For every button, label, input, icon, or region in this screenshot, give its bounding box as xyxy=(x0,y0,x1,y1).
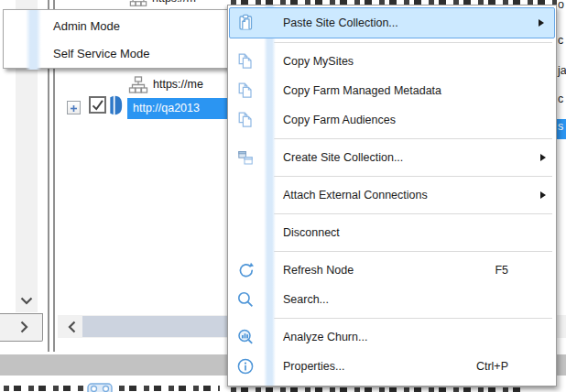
clipped-selected-fragment: s xyxy=(556,119,566,139)
clipped-text-fragment: o xyxy=(558,0,564,11)
clipped-text-fragment xyxy=(119,386,220,391)
menu-separator xyxy=(274,138,552,139)
application-window: https://m https://me http://qa2013 xyxy=(0,0,566,392)
paste-icon xyxy=(236,14,255,32)
clipped-text-fragment: ja xyxy=(558,64,566,77)
copy-icon xyxy=(236,111,255,129)
menu-shortcut: F5 xyxy=(495,264,556,277)
clipped-text-fragment xyxy=(231,387,524,392)
copy-icon xyxy=(236,52,255,71)
context-menu-item-copy-farm-audiences[interactable]: Copy Farm Audiences xyxy=(228,105,556,135)
context-menu-item-search[interactable]: Search... xyxy=(228,285,556,314)
submenu-arrow-icon xyxy=(540,154,546,161)
context-menu-item-analyze-churn[interactable]: Analyze Churn... xyxy=(228,322,556,352)
no-icon xyxy=(236,223,255,242)
menu-item-label: Copy MySites xyxy=(283,55,354,68)
refresh-icon xyxy=(236,261,255,279)
tree-node-label: http://qa2013 xyxy=(127,98,229,119)
menu-item-label: Refresh Node xyxy=(283,264,354,277)
menu-item-label: Admin Mode xyxy=(53,19,120,33)
search-icon xyxy=(236,290,255,309)
clipped-text-fragment: c xyxy=(558,93,563,105)
scroll-down-icon[interactable] xyxy=(16,290,37,310)
link-icon xyxy=(87,383,113,392)
submenu-arrow-icon xyxy=(540,191,546,199)
context-menu-item-disconnect[interactable]: Disconnect xyxy=(228,218,556,247)
menu-item-label: Copy Farm Managed Metadata xyxy=(283,84,441,97)
context-menu-item-properties[interactable]: Properties...Ctrl+P xyxy=(228,352,556,381)
context-menu-item-create-site-collection[interactable]: Create Site Collection... xyxy=(228,143,556,172)
mode-menu: Admin Mode Self Service Mode xyxy=(3,9,232,69)
menu-separator xyxy=(274,213,552,214)
menu-shortcut: Ctrl+P xyxy=(476,360,556,373)
submenu-arrow-icon xyxy=(539,19,544,27)
sitemap-icon xyxy=(128,75,148,99)
context-menu: Paste Site Collection...Copy MySitesCopy… xyxy=(227,5,557,387)
menu-item-self-service-mode[interactable]: Self Service Mode xyxy=(4,39,231,67)
menu-item-label: Self Service Mode xyxy=(53,47,150,60)
copy-icon xyxy=(236,82,255,100)
menu-item-label: Copy Farm Audiences xyxy=(283,114,396,126)
analyze-churn-icon xyxy=(236,328,255,346)
menu-separator xyxy=(274,176,552,177)
menu-item-label: Search... xyxy=(283,293,329,306)
info-icon xyxy=(236,357,255,376)
menu-item-label: Analyze Churn... xyxy=(283,331,367,343)
context-menu-item-copy-farm-managed-metadata[interactable]: Copy Farm Managed Metadata xyxy=(228,76,556,105)
menu-item-label: Attach External Connections xyxy=(283,189,428,201)
tree-expand-plus-icon[interactable] xyxy=(67,101,81,114)
menu-item-label: Paste Site Collection... xyxy=(283,16,398,29)
menu-item-label: Disconnect xyxy=(283,226,340,239)
context-menu-item-paste-site-collection[interactable]: Paste Site Collection... xyxy=(229,7,555,38)
create-site-collection-icon xyxy=(236,148,255,167)
scroll-right-icon[interactable] xyxy=(14,317,34,337)
clipped-text-fragment xyxy=(4,386,84,391)
menu-separator xyxy=(274,318,552,319)
menu-separator xyxy=(274,251,552,252)
site-icon xyxy=(107,94,125,120)
context-menu-item-refresh-node[interactable]: Refresh NodeF5 xyxy=(228,256,556,285)
clipped-tree-row-label: https://m xyxy=(152,0,196,5)
menu-separator xyxy=(274,42,552,43)
tree-node-label[interactable]: https://me xyxy=(153,78,203,91)
menu-item-label: Properties... xyxy=(283,360,344,373)
tree-node-selected[interactable]: http://qa2013 xyxy=(127,98,229,119)
menu-item-admin-mode[interactable]: Admin Mode xyxy=(4,12,231,39)
context-menu-item-copy-mysites[interactable]: Copy MySites xyxy=(228,47,556,76)
menu-item-label: Create Site Collection... xyxy=(283,151,403,164)
context-menu-item-attach-external-connections[interactable]: Attach External Connections xyxy=(228,180,556,210)
clipped-text-fragment: c xyxy=(558,34,563,47)
scroll-left-icon[interactable] xyxy=(62,317,82,337)
tree-node-checkbox[interactable] xyxy=(89,96,106,114)
no-icon xyxy=(236,186,255,204)
